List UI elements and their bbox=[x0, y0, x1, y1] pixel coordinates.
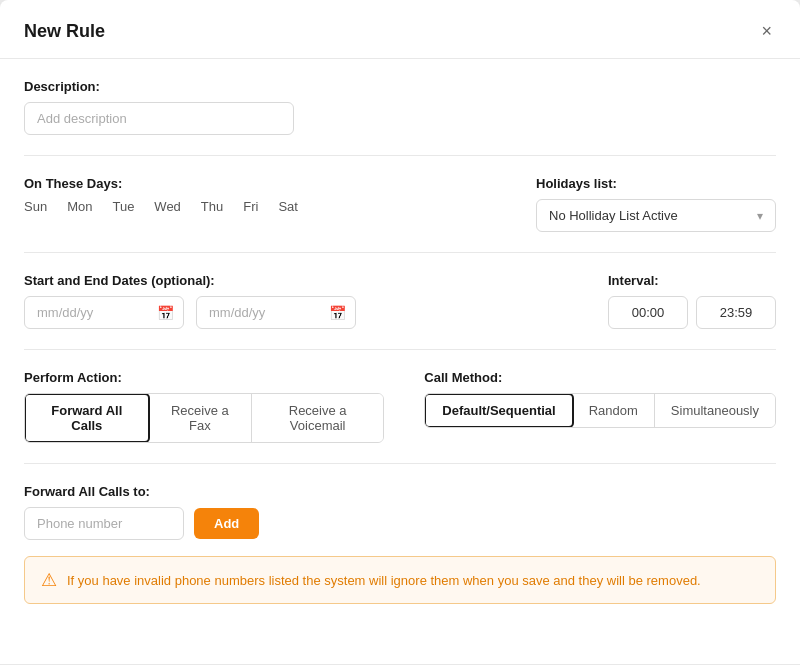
date-inputs-row: 📅 📅 bbox=[24, 296, 588, 329]
days-section: On These Days: Sun Mon Tue Wed Thu Fri S… bbox=[24, 176, 496, 214]
holidays-dropdown[interactable]: No Holliday List Active ▾ bbox=[536, 199, 776, 232]
forward-to-section: Forward All Calls to: Add ⚠ If you have … bbox=[24, 484, 776, 624]
days-label: On These Days: bbox=[24, 176, 496, 191]
start-date-input[interactable] bbox=[24, 296, 184, 329]
day-mon[interactable]: Mon bbox=[67, 199, 92, 214]
day-sat[interactable]: Sat bbox=[278, 199, 298, 214]
new-rule-modal: New Rule × Description: On These Days: S… bbox=[0, 0, 800, 665]
action-forward-button[interactable]: Forward All Calls bbox=[24, 393, 150, 443]
method-label: Call Method: bbox=[424, 370, 776, 385]
day-fri[interactable]: Fri bbox=[243, 199, 258, 214]
method-simultaneous-button[interactable]: Simultaneously bbox=[655, 394, 775, 427]
dates-section: Start and End Dates (optional): 📅 📅 bbox=[24, 273, 588, 329]
holidays-label: Holidays list: bbox=[536, 176, 776, 191]
interval-end-input[interactable] bbox=[696, 296, 776, 329]
day-thu[interactable]: Thu bbox=[201, 199, 223, 214]
phone-add-row: Add bbox=[24, 507, 776, 540]
description-label: Description: bbox=[24, 79, 776, 94]
method-button-group: Default/Sequential Random Simultaneously bbox=[424, 393, 776, 428]
day-wed[interactable]: Wed bbox=[154, 199, 181, 214]
phone-number-input[interactable] bbox=[24, 507, 184, 540]
action-voicemail-button[interactable]: Receive a Voicemail bbox=[252, 394, 383, 442]
description-section: Description: bbox=[24, 79, 776, 156]
modal-title: New Rule bbox=[24, 21, 105, 42]
action-method-section: Perform Action: Forward All Calls Receiv… bbox=[24, 370, 776, 464]
interval-section: Interval: bbox=[608, 273, 776, 329]
modal-body: Description: On These Days: Sun Mon Tue … bbox=[0, 59, 800, 664]
holidays-section: Holidays list: No Holliday List Active ▾ bbox=[536, 176, 776, 232]
interval-inputs bbox=[608, 296, 776, 329]
end-date-wrapper: 📅 bbox=[196, 296, 356, 329]
dates-label: Start and End Dates (optional): bbox=[24, 273, 588, 288]
chevron-down-icon: ▾ bbox=[757, 209, 763, 223]
action-fax-button[interactable]: Receive a Fax bbox=[149, 394, 252, 442]
holidays-selected-value: No Holliday List Active bbox=[549, 208, 678, 223]
description-input[interactable] bbox=[24, 102, 294, 135]
day-sun[interactable]: Sun bbox=[24, 199, 47, 214]
warning-text: If you have invalid phone numbers listed… bbox=[67, 573, 701, 588]
dates-interval-section: Start and End Dates (optional): 📅 📅 Inte… bbox=[24, 273, 776, 350]
action-button-group: Forward All Calls Receive a Fax Receive … bbox=[24, 393, 384, 443]
method-random-button[interactable]: Random bbox=[573, 394, 655, 427]
interval-start-input[interactable] bbox=[608, 296, 688, 329]
action-section: Perform Action: Forward All Calls Receiv… bbox=[24, 370, 384, 443]
forward-to-label: Forward All Calls to: bbox=[24, 484, 776, 499]
method-section: Call Method: Default/Sequential Random S… bbox=[424, 370, 776, 428]
days-holidays-section: On These Days: Sun Mon Tue Wed Thu Fri S… bbox=[24, 176, 776, 253]
warning-box: ⚠ If you have invalid phone numbers list… bbox=[24, 556, 776, 604]
add-button[interactable]: Add bbox=[194, 508, 259, 539]
method-default-button[interactable]: Default/Sequential bbox=[424, 393, 573, 428]
warning-icon: ⚠ bbox=[41, 569, 57, 591]
modal-header: New Rule × bbox=[0, 0, 800, 59]
end-date-input[interactable] bbox=[196, 296, 356, 329]
day-tue[interactable]: Tue bbox=[112, 199, 134, 214]
action-label: Perform Action: bbox=[24, 370, 384, 385]
days-grid: Sun Mon Tue Wed Thu Fri Sat bbox=[24, 199, 496, 214]
close-button[interactable]: × bbox=[757, 18, 776, 44]
interval-label: Interval: bbox=[608, 273, 776, 288]
start-date-wrapper: 📅 bbox=[24, 296, 184, 329]
